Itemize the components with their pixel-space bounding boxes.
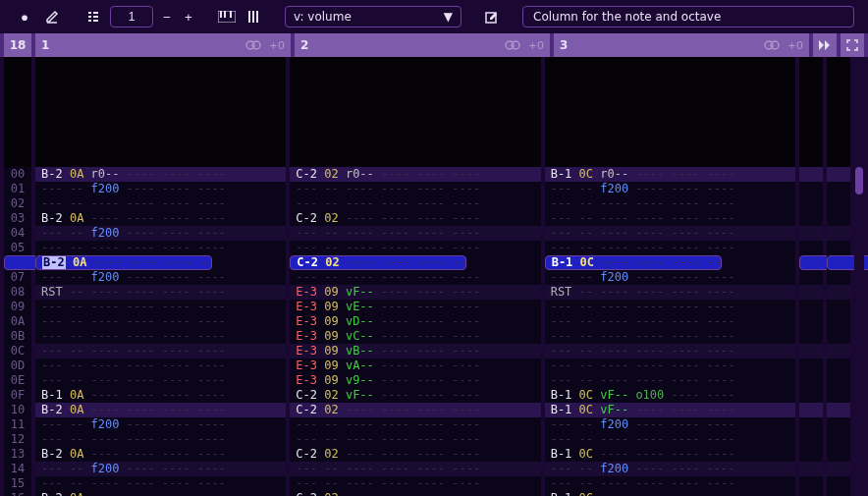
- pattern-row[interactable]: RST -- ---- ---- ---- ----: [545, 285, 795, 300]
- pattern-row[interactable]: --- -- ---- ---- ---- ----: [545, 344, 795, 358]
- pattern-row[interactable]: E-3 09 vE-- ---- ---- ----: [290, 300, 540, 314]
- loop-icon[interactable]: [245, 39, 261, 51]
- pattern-row[interactable]: C-2 02 ---- ---- ---- ----: [290, 211, 540, 226]
- pattern-row[interactable]: --- -- ---- ---- ---- ----: [35, 314, 286, 329]
- column-select[interactable]: v: volume ▼: [285, 6, 461, 28]
- pattern-row[interactable]: --- -- ---- ---- ---- ----: [545, 241, 795, 255]
- pattern-row[interactable]: RST -- ---- ---- ---- ----: [35, 285, 286, 300]
- keyboard-icon[interactable]: [216, 6, 238, 28]
- pattern-row[interactable]: --- -- f200 ---- ---- ----: [35, 182, 286, 196]
- edit-step-icon[interactable]: [82, 6, 104, 28]
- pattern-row[interactable]: --- -- ---- ---- ---- ----: [545, 300, 795, 314]
- pattern-row[interactable]: C-2 02 r0-- ---- ---- ----: [290, 167, 540, 182]
- pattern-row[interactable]: B-1 0C ---- ---- ---- ----: [545, 255, 722, 270]
- track-header-2[interactable]: 2 +0: [295, 33, 550, 57]
- pattern-row[interactable]: --- -- ---- ---- ---- ----: [290, 417, 540, 432]
- bars-icon[interactable]: [244, 6, 265, 28]
- pattern-row[interactable]: --- -- f200 ---- ---- ----: [545, 462, 795, 476]
- track-add[interactable]: +0: [528, 39, 544, 52]
- pattern-row[interactable]: E-3 09 vD-- ---- ---- ----: [290, 314, 540, 329]
- pattern-row[interactable]: --- -- ---- ---- ---- ----: [35, 476, 286, 491]
- track-add[interactable]: +0: [269, 39, 285, 52]
- record-button[interactable]: ●: [14, 6, 35, 28]
- step-input[interactable]: [110, 6, 153, 28]
- pattern-row[interactable]: B-2 0A ---- ---- ---- ----: [35, 447, 286, 462]
- pattern-number[interactable]: 18: [4, 33, 31, 57]
- pattern-row[interactable]: --- -- ---- ---- ---- ----: [545, 329, 795, 344]
- pattern-row[interactable]: --- -- ---- ---- ---- ----: [545, 226, 795, 241]
- pattern-row[interactable]: --- -- ---- ---- ---- ----: [35, 241, 286, 255]
- pattern-row[interactable]: --- -- f200 ---- ---- ----: [35, 270, 286, 285]
- pattern-row[interactable]: --- -- ---- ---- ---- ----: [545, 314, 795, 329]
- track-column-1[interactable]: B-2 0A r0-- ---- ---- ------- -- f200 --…: [35, 57, 286, 496]
- pattern-row[interactable]: C-2 02 ---- ---- ---- ----: [290, 447, 540, 462]
- pattern-row[interactable]: --- -- ---- ---- ---- ----: [290, 196, 540, 211]
- pattern-row[interactable]: --- -- ---- ---- ---- ----: [545, 373, 795, 388]
- pattern-row[interactable]: B-2 0A ---- ---- ---- ----: [35, 255, 212, 270]
- edit-icon[interactable]: [41, 6, 63, 28]
- pattern-row[interactable]: B-1 0C r0-- ---- ---- ----: [545, 167, 795, 182]
- pattern-row[interactable]: --- -- ---- ---- ---- ----: [545, 196, 795, 211]
- row-number: 15: [4, 476, 31, 491]
- pattern-row[interactable]: --- -- ---- ---- ---- ----: [545, 211, 795, 226]
- pattern-row[interactable]: --- -- f200 ---- ---- ----: [35, 462, 286, 476]
- track-add[interactable]: +0: [787, 39, 803, 52]
- pattern-row[interactable]: B-2 0A ---- ---- ---- ----: [35, 211, 286, 226]
- pattern-row[interactable]: --- -- ---- ---- ---- ----: [290, 432, 540, 447]
- pattern-row[interactable]: B-1 0C ---- ---- ---- ----: [545, 447, 795, 462]
- pattern-row[interactable]: --- -- ---- ---- ---- ----: [290, 476, 540, 491]
- pattern-row[interactable]: E-3 09 vF-- ---- ---- ----: [290, 285, 540, 300]
- pattern-row[interactable]: --- -- ---- ---- ---- ----: [290, 462, 540, 476]
- pattern-row[interactable]: --- -- f200 ---- ---- ----: [545, 182, 795, 196]
- forward-button[interactable]: [813, 33, 837, 57]
- track-header-3[interactable]: 3 +0: [554, 33, 809, 57]
- pattern-row[interactable]: E-3 09 vC-- ---- ---- ----: [290, 329, 540, 344]
- scroll-thumb[interactable]: [855, 167, 863, 194]
- pattern-row[interactable]: B-2 0A ---- ---- ---- ----: [35, 403, 286, 417]
- pattern-row[interactable]: --- -- ---- ---- ---- ----: [35, 358, 286, 373]
- pattern-row[interactable]: C-2 02 ---- ---- ---- ----: [290, 255, 466, 270]
- pattern-row[interactable]: --- -- ---- ---- ---- ----: [35, 373, 286, 388]
- scrollbar[interactable]: [854, 57, 864, 496]
- pattern-row[interactable]: --- -- ---- ---- ---- ----: [290, 270, 540, 285]
- pattern-row[interactable]: C-2 02 ---- ---- ---- ----: [290, 491, 540, 496]
- fullscreen-button[interactable]: [841, 33, 864, 57]
- pattern-row[interactable]: --- -- ---- ---- ---- ----: [35, 300, 286, 314]
- track-column-2[interactable]: C-2 02 r0-- ---- ---- ------- -- ---- --…: [290, 57, 540, 496]
- pattern-row[interactable]: B-1 0C vF-- o100 ---- ----: [545, 388, 795, 403]
- pattern-row[interactable]: --- -- f200 ---- ---- ----: [545, 270, 795, 285]
- pattern-row[interactable]: B-1 0C ---- ---- ---- ----: [545, 491, 795, 496]
- pattern-row[interactable]: --- -- ---- ---- ---- ----: [545, 432, 795, 447]
- track-column-3[interactable]: B-1 0C r0-- ---- ---- ------- -- f200 --…: [545, 57, 795, 496]
- pattern-row[interactable]: B-2 0A ---- ---- ---- ----: [35, 491, 286, 496]
- pattern-editor[interactable]: 000102030405060708090A0B0C0D0E0F10111213…: [0, 57, 868, 496]
- pattern-row[interactable]: C-2 02 vF-- ---- ---- ----: [290, 388, 540, 403]
- pattern-row[interactable]: --- -- ---- ---- ---- ----: [35, 432, 286, 447]
- pattern-row[interactable]: --- -- f200 ---- ---- ----: [545, 417, 795, 432]
- pattern-row[interactable]: E-3 09 vA-- ---- ---- ----: [290, 358, 540, 373]
- pattern-row[interactable]: C-2 02 ---- ---- ---- ----: [290, 403, 540, 417]
- track-header-1[interactable]: 1 +0: [35, 33, 291, 57]
- pattern-row[interactable]: --- -- ---- ---- ---- ----: [290, 226, 540, 241]
- pattern-row[interactable]: B-1 0C vF-- ---- ---- ----: [545, 403, 795, 417]
- pattern-row[interactable]: E-3 09 v9-- ---- ---- ----: [290, 373, 540, 388]
- pattern-row[interactable]: --- -- ---- ---- ---- ----: [545, 476, 795, 491]
- pattern-row[interactable]: --- -- ---- ---- ---- ----: [35, 344, 286, 358]
- svg-point-15: [252, 41, 260, 49]
- step-plus-button[interactable]: +: [181, 6, 196, 28]
- pattern-row[interactable]: B-2 0A r0-- ---- ---- ----: [35, 167, 286, 182]
- pattern-row[interactable]: --- -- ---- ---- ---- ----: [290, 182, 540, 196]
- pattern-row[interactable]: --- -- ---- ---- ---- ----: [290, 241, 540, 255]
- pattern-row[interactable]: --- -- ---- ---- ---- ----: [545, 358, 795, 373]
- spacer-column: [799, 57, 823, 496]
- loop-icon[interactable]: [764, 39, 780, 51]
- step-minus-button[interactable]: −: [159, 6, 175, 28]
- pattern-row[interactable]: --- -- f200 ---- ---- ----: [35, 226, 286, 241]
- loop-icon[interactable]: [505, 39, 520, 51]
- pattern-row[interactable]: B-1 0A ---- ---- ---- ----: [35, 388, 286, 403]
- pattern-row[interactable]: --- -- ---- ---- ---- ----: [35, 329, 286, 344]
- pattern-row[interactable]: E-3 09 vB-- ---- ---- ----: [290, 344, 540, 358]
- compose-icon[interactable]: [481, 6, 503, 28]
- pattern-row[interactable]: --- -- ---- ---- ---- ----: [35, 196, 286, 211]
- pattern-row[interactable]: --- -- f200 ---- ---- ----: [35, 417, 286, 432]
